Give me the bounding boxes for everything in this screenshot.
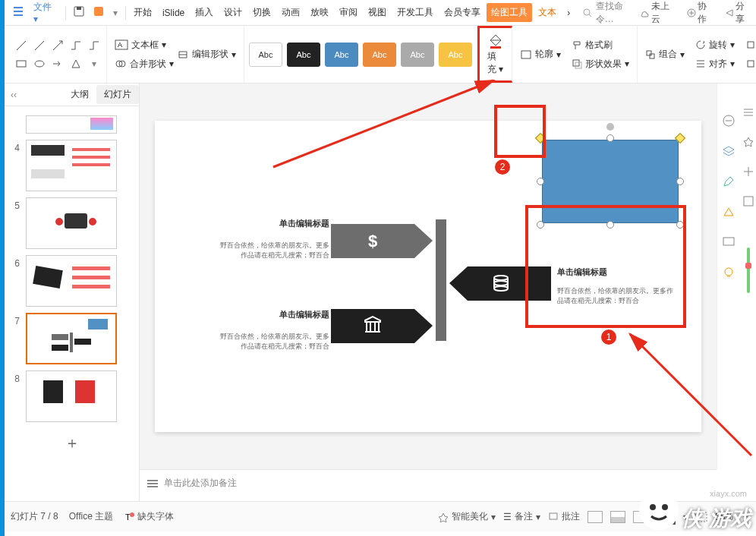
pen-icon[interactable] xyxy=(722,175,737,190)
resize-handle[interactable] xyxy=(676,221,684,229)
move-up-button[interactable]: 上移 xyxy=(742,37,756,53)
content-desc-2[interactable]: 野百合依然，给依靠的朋友示。更多作品请在稻壳儿搜索：野百合 xyxy=(216,332,329,351)
textbox-button[interactable]: A 文本框 ▾ xyxy=(112,37,177,53)
save-icon[interactable] xyxy=(69,5,89,20)
outline-tab[interactable]: 大纲 xyxy=(63,85,96,104)
shape-more-icon[interactable]: ▾ xyxy=(87,56,102,71)
tab-slideshow[interactable]: 放映 xyxy=(306,3,333,22)
add-slide-button[interactable]: ＋ xyxy=(5,425,139,461)
shape-arrow-icon[interactable] xyxy=(50,56,65,71)
slides-tab[interactable]: 幻灯片 xyxy=(96,85,139,104)
hamburger-icon[interactable] xyxy=(8,4,29,21)
slide-thumbnail[interactable] xyxy=(26,115,117,134)
theme-status[interactable]: Office 主题 xyxy=(69,510,113,523)
shape-connector-icon[interactable] xyxy=(87,38,102,53)
arrow-shape-bank[interactable] xyxy=(331,309,433,343)
notes-placeholder[interactable]: 单击此处添加备注 xyxy=(164,477,237,490)
resize-handle[interactable] xyxy=(535,133,546,143)
share-button[interactable]: 分享 xyxy=(724,0,753,26)
group-button[interactable]: 组合 ▾ xyxy=(642,46,688,62)
shape-arrow-icon[interactable] xyxy=(50,38,65,53)
resize-handle[interactable] xyxy=(676,178,684,185)
style-preset-1[interactable]: Abc xyxy=(249,43,282,67)
move-down-button[interactable]: 下移 xyxy=(742,56,756,72)
shapes-gallery[interactable]: ▾ xyxy=(14,38,102,71)
tab-devtools[interactable]: 开发工具 xyxy=(392,3,438,22)
thumbnails-list[interactable]: 4 5 6 xyxy=(5,106,139,501)
tab-view[interactable]: 视图 xyxy=(364,3,391,22)
star-icon[interactable] xyxy=(742,136,754,150)
resize-handle[interactable] xyxy=(537,178,544,185)
resize-handle[interactable] xyxy=(606,221,614,229)
notes-toggle-icon[interactable] xyxy=(147,480,158,487)
edit-shape-button[interactable]: 编辑形状 ▾ xyxy=(174,46,239,62)
style-preset-6[interactable]: Abc xyxy=(439,43,472,67)
shape-tool-icon[interactable] xyxy=(722,205,737,220)
slide-thumbnail-5[interactable] xyxy=(26,197,117,249)
tab-insert[interactable]: 插入 xyxy=(191,3,218,22)
slide-counter[interactable]: 幻灯片 7 / 8 xyxy=(11,510,58,523)
bulb-icon[interactable] xyxy=(722,266,737,281)
notes-toggle-button[interactable]: ☰ 备注 ▾ xyxy=(503,510,540,523)
ai-beautify-button[interactable]: 智能美化 ▾ xyxy=(438,510,496,523)
tab-review[interactable]: 审阅 xyxy=(335,3,362,22)
align-button[interactable]: 对齐 ▾ xyxy=(692,56,738,72)
tab-member[interactable]: 会员专享 xyxy=(439,3,485,22)
tab-islide[interactable]: iSlide xyxy=(158,5,189,21)
minus-icon[interactable] xyxy=(722,114,737,129)
arrow-shape-database[interactable] xyxy=(449,266,551,301)
more-icon[interactable]: ▾ xyxy=(109,6,122,20)
content-title-2[interactable]: 单击编辑标题 xyxy=(261,309,329,320)
shape-rect-icon[interactable] xyxy=(14,56,29,71)
fill-button[interactable]: 填充 ▾ xyxy=(484,32,507,77)
tab-drawing-tools[interactable]: 绘图工具 xyxy=(487,3,532,22)
arrow-shape-dollar[interactable]: $ xyxy=(331,224,433,258)
style-preset-2[interactable]: Abc xyxy=(287,43,320,67)
resize-handle[interactable] xyxy=(606,134,614,142)
tab-design[interactable]: 设计 xyxy=(219,3,247,22)
tab-overflow[interactable]: › xyxy=(562,5,575,21)
slide-canvas[interactable]: $ 单击编辑标题 野百合依然，给依靠的朋友示。更多作品请在稻壳儿搜索：野百合 单… xyxy=(155,121,701,432)
notes-bar[interactable]: 单击此处添加备注 xyxy=(140,469,717,497)
tab-text-tool[interactable]: 文本 xyxy=(534,3,561,22)
content-desc-3[interactable]: 野百合依然，给依靠的朋友示。更多作品请在稻壳儿搜索：野百合 xyxy=(557,286,679,305)
content-title-1[interactable]: 单击编辑标题 xyxy=(261,218,329,229)
style-gallery[interactable]: Abc Abc Abc Abc Abc Abc xyxy=(249,43,472,67)
outline-button[interactable]: 轮廓 ▾ xyxy=(517,46,564,62)
resize-handle[interactable] xyxy=(537,221,544,229)
tab-transition[interactable]: 切换 xyxy=(248,3,276,22)
style-preset-4[interactable]: Abc xyxy=(363,43,396,67)
rotate-handle[interactable] xyxy=(606,123,614,131)
normal-view-icon[interactable] xyxy=(587,511,603,523)
sorter-view-icon[interactable] xyxy=(610,511,625,523)
content-title-3[interactable]: 单击编辑标题 xyxy=(557,266,607,278)
slide-thumbnail-8[interactable] xyxy=(26,370,117,422)
layers-icon[interactable] xyxy=(722,144,737,159)
tab-animation[interactable]: 动画 xyxy=(277,3,304,22)
template-icon[interactable] xyxy=(742,195,754,210)
rotate-button[interactable]: 旋转 ▾ xyxy=(692,37,738,53)
shape-triangle-icon[interactable] xyxy=(68,56,83,71)
shape-connector-icon[interactable] xyxy=(68,38,83,53)
cloud-status[interactable]: 未上云 xyxy=(639,0,677,26)
center-divider-shape[interactable] xyxy=(436,219,446,341)
file-menu[interactable]: 文件 ▾ xyxy=(29,0,62,26)
slide-thumbnail-4[interactable] xyxy=(26,140,117,191)
style-preset-3[interactable]: Abc xyxy=(325,43,358,67)
shape-line-icon[interactable] xyxy=(14,38,29,53)
content-desc-1[interactable]: 野百合依然，给依靠的朋友示。更多作品请在稻壳儿搜索：野百合 xyxy=(216,241,329,260)
sparkle-icon[interactable] xyxy=(742,166,754,180)
merge-shapes-button[interactable]: 合并形状 ▾ xyxy=(112,56,177,72)
slide-thumbnail-6[interactable] xyxy=(26,255,117,307)
presentation-icon[interactable] xyxy=(722,235,737,251)
app-icon[interactable] xyxy=(89,5,109,20)
tab-home[interactable]: 开始 xyxy=(129,3,156,22)
resize-handle[interactable] xyxy=(675,133,685,143)
slide-thumbnail-7-selected[interactable] xyxy=(26,313,117,364)
missing-font-status[interactable]: T 缺失字体 xyxy=(124,510,174,523)
style-preset-5[interactable]: Abc xyxy=(401,43,434,67)
collapse-panel-icon[interactable]: ‹‹ xyxy=(11,90,17,100)
settings-icon[interactable] xyxy=(742,106,754,121)
slider-icon[interactable] xyxy=(745,248,751,295)
shape-line-icon[interactable] xyxy=(32,38,47,53)
